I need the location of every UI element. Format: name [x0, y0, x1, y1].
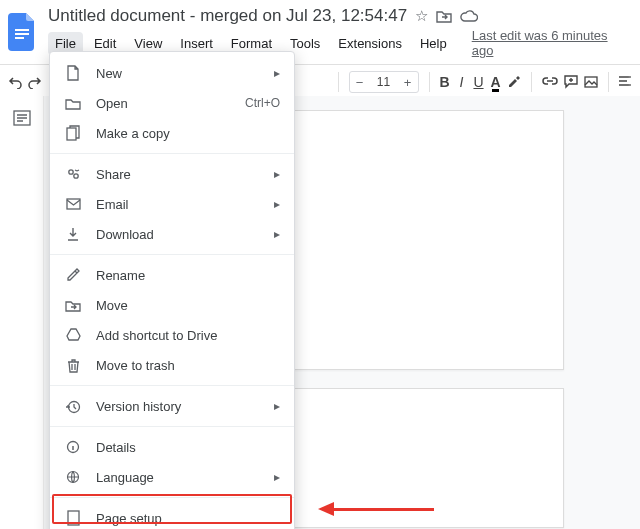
- menu-item-make-copy[interactable]: Make a copy: [50, 118, 294, 148]
- menu-item-move[interactable]: Move: [50, 290, 294, 320]
- outline-icon[interactable]: [13, 110, 31, 126]
- underline-button[interactable]: U: [473, 71, 484, 93]
- svg-rect-5: [67, 128, 76, 140]
- label: Version history: [96, 399, 260, 414]
- drive-shortcut-icon: [64, 328, 82, 342]
- bold-button[interactable]: B: [439, 71, 450, 93]
- docs-app-icon[interactable]: [8, 13, 38, 51]
- cloud-status-icon[interactable]: [460, 10, 478, 22]
- submenu-arrow-icon: ▸: [274, 167, 280, 181]
- text-color-button[interactable]: A: [490, 71, 501, 93]
- redo-button[interactable]: [28, 71, 42, 93]
- trash-icon: [64, 358, 82, 373]
- menu-item-version-history[interactable]: Version history ▸: [50, 391, 294, 421]
- page-setup-icon: [64, 510, 82, 526]
- submenu-arrow-icon: ▸: [274, 66, 280, 80]
- submenu-arrow-icon: ▸: [274, 197, 280, 211]
- left-sidebar: [0, 96, 44, 529]
- move-folder-icon[interactable]: [436, 9, 452, 23]
- svg-rect-2: [15, 37, 24, 39]
- menu-item-rename[interactable]: Rename: [50, 260, 294, 290]
- submenu-arrow-icon: ▸: [274, 227, 280, 241]
- file-menu-dropdown: New ▸ Open Ctrl+O Make a copy Share ▸ Em…: [49, 51, 295, 529]
- italic-button[interactable]: I: [456, 71, 467, 93]
- menu-extensions[interactable]: Extensions: [331, 32, 409, 55]
- move-icon: [64, 299, 82, 312]
- menu-help[interactable]: Help: [413, 32, 454, 55]
- separator: [608, 72, 609, 92]
- folder-open-icon: [64, 97, 82, 110]
- separator: [429, 72, 430, 92]
- label: Open: [96, 96, 231, 111]
- insert-image-button[interactable]: [584, 71, 598, 93]
- rename-icon: [64, 268, 82, 282]
- insert-link-button[interactable]: [542, 71, 558, 93]
- add-comment-button[interactable]: [564, 71, 578, 93]
- label: Download: [96, 227, 260, 242]
- info-icon: [64, 440, 82, 454]
- menu-item-download[interactable]: Download ▸: [50, 219, 294, 249]
- email-icon: [64, 198, 82, 210]
- label: Rename: [96, 268, 280, 283]
- globe-icon: [64, 470, 82, 484]
- font-size-control[interactable]: − 11 +: [349, 71, 419, 93]
- label: Move: [96, 298, 280, 313]
- svg-rect-12: [68, 511, 79, 525]
- label: Page setup: [96, 511, 280, 526]
- star-icon[interactable]: ☆: [415, 7, 428, 25]
- history-icon: [64, 399, 82, 414]
- svg-rect-1: [15, 33, 29, 35]
- menu-item-email[interactable]: Email ▸: [50, 189, 294, 219]
- copy-icon: [64, 125, 82, 141]
- svg-rect-8: [67, 199, 80, 209]
- shortcut: Ctrl+O: [245, 96, 280, 110]
- share-icon: [64, 167, 82, 181]
- label: Add shortcut to Drive: [96, 328, 280, 343]
- submenu-arrow-icon: ▸: [274, 399, 280, 413]
- svg-rect-0: [15, 29, 29, 31]
- font-size-decrease[interactable]: −: [350, 75, 370, 90]
- highlight-button[interactable]: [507, 71, 521, 93]
- label: Move to trash: [96, 358, 280, 373]
- font-size-value[interactable]: 11: [370, 75, 398, 89]
- label: Make a copy: [96, 126, 280, 141]
- separator: [338, 72, 339, 92]
- download-icon: [64, 227, 82, 242]
- svg-point-7: [74, 174, 78, 178]
- separator: [531, 72, 532, 92]
- menu-item-add-shortcut[interactable]: Add shortcut to Drive: [50, 320, 294, 350]
- svg-point-6: [69, 170, 73, 174]
- last-edit-link[interactable]: Last edit was 6 minutes ago: [472, 28, 630, 58]
- menu-item-new[interactable]: New ▸: [50, 58, 294, 88]
- menu-item-page-setup[interactable]: Page setup: [50, 503, 294, 529]
- svg-rect-3: [585, 77, 597, 87]
- label: Language: [96, 470, 260, 485]
- undo-button[interactable]: [8, 71, 22, 93]
- menu-item-share[interactable]: Share ▸: [50, 159, 294, 189]
- label: New: [96, 66, 260, 81]
- menu-item-open[interactable]: Open Ctrl+O: [50, 88, 294, 118]
- menu-item-move-trash[interactable]: Move to trash: [50, 350, 294, 380]
- label: Email: [96, 197, 260, 212]
- document-title[interactable]: Untitled document - merged on Jul 23, 12…: [48, 6, 407, 26]
- file-icon: [64, 65, 82, 81]
- label: Share: [96, 167, 260, 182]
- menu-item-language[interactable]: Language ▸: [50, 462, 294, 492]
- submenu-arrow-icon: ▸: [274, 470, 280, 484]
- menu-item-details[interactable]: Details: [50, 432, 294, 462]
- label: Details: [96, 440, 280, 455]
- font-size-increase[interactable]: +: [398, 75, 418, 90]
